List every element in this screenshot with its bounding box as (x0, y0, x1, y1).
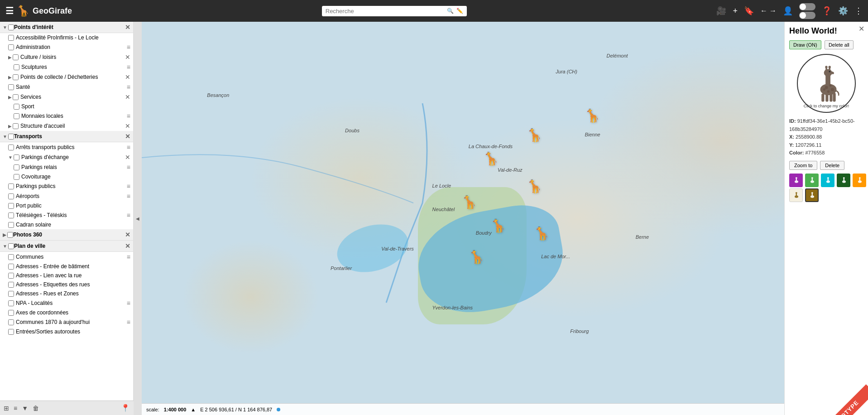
list-item[interactable]: Adresses - Entrée de bâtiment (0, 262, 133, 271)
item-checkbox[interactable] (14, 174, 19, 180)
giraffe-marker[interactable]: 🦒 (527, 179, 542, 194)
help-icon[interactable]: ❓ (822, 6, 832, 16)
list-item[interactable]: ▼ Parkings d'échange ✕ (0, 152, 133, 162)
list-item[interactable]: ▶ Structure d'accueil ✕ (0, 121, 133, 131)
section-photos360[interactable]: ▶ Photos 360 ✕ (0, 229, 133, 241)
toggle-2[interactable] (799, 12, 815, 19)
list-item[interactable]: Sculptures ≡ (0, 62, 133, 72)
delete-all-button[interactable]: Delete all (825, 40, 854, 49)
user-icon[interactable]: 👤 (783, 6, 793, 16)
list-item[interactable]: Aéroports ≡ (0, 191, 133, 201)
section-transports[interactable]: ▼ Transports ✕ (0, 131, 133, 142)
list-item[interactable]: Port public (0, 201, 133, 210)
hamburger-icon[interactable]: ≡ (14, 405, 17, 412)
dropdown-icon[interactable]: ▼ (22, 405, 28, 412)
menu-icon[interactable]: ≡ (127, 193, 130, 200)
color-swatch-brown[interactable] (805, 188, 819, 202)
list-item[interactable]: ▶ Culture / loisirs ✕ (0, 52, 133, 62)
draw-button[interactable]: Draw (ON) (789, 40, 821, 49)
menu-icon[interactable]: ≡ (127, 183, 130, 190)
list-item[interactable]: ▶ Points de collecte / Déchetteries ✕ (0, 72, 133, 82)
giraffe-marker[interactable]: 🦒 (483, 151, 499, 166)
giraffe-avatar[interactable]: Click to change my color! (797, 54, 856, 113)
close-icon[interactable]: ✕ (125, 154, 130, 161)
item-checkbox[interactable] (8, 222, 14, 228)
map-pin-icon[interactable]: 📍 (121, 404, 130, 412)
item-checkbox[interactable] (8, 35, 14, 41)
search-icon[interactable]: 🔍 (447, 8, 454, 14)
list-item[interactable]: Arrêts transports publics ≡ (0, 142, 133, 152)
sidebar-collapse-handle[interactable]: ◀ (134, 22, 142, 415)
close-icon[interactable]: ✕ (125, 24, 130, 31)
menu-icon[interactable]: ≡ (127, 164, 130, 171)
item-checkbox[interactable] (13, 54, 19, 60)
list-item[interactable]: Cadran solaire (0, 220, 133, 229)
item-checkbox[interactable] (8, 329, 14, 335)
share-icon[interactable]: ⚙️ (838, 6, 848, 16)
zoom-to-button[interactable]: Zoom to (789, 161, 817, 170)
panel-close-button[interactable]: ✕ (858, 24, 864, 33)
item-checkbox[interactable] (13, 74, 19, 80)
item-checkbox[interactable] (8, 282, 14, 288)
layers-icon[interactable]: ⊞ (4, 405, 9, 412)
nav-forward-icon[interactable]: → (769, 7, 777, 15)
list-item[interactable]: NPA - Localités ≡ (0, 298, 133, 308)
item-checkbox[interactable] (14, 113, 19, 119)
delete-button[interactable]: Delete (820, 161, 844, 170)
list-item[interactable]: Communes ≡ (0, 252, 133, 262)
nav-back-icon[interactable]: ← (760, 7, 767, 15)
more-icon[interactable]: ⋮ (854, 6, 863, 16)
color-swatch-dark-green[interactable] (837, 174, 850, 187)
list-item[interactable]: Télésièges - Téléskis ≡ (0, 210, 133, 220)
item-checkbox[interactable] (8, 273, 14, 279)
list-item[interactable]: Accessibilité ProInfirmis - Le Locle (0, 33, 133, 42)
item-checkbox[interactable] (14, 154, 19, 160)
close-icon[interactable]: ✕ (125, 73, 130, 81)
color-swatch-orange[interactable] (853, 174, 866, 187)
list-item[interactable]: Axes de coordonnées (0, 308, 133, 317)
menu-icon[interactable]: ≡ (127, 112, 130, 120)
menu-icon[interactable]: ≡ (127, 253, 130, 261)
list-item[interactable]: Adresses - Etiquettes des rues (0, 280, 133, 289)
giraffe-marker[interactable]: 🦒 (469, 250, 484, 265)
list-item[interactable]: Parkings relais ≡ (0, 162, 133, 172)
item-checkbox[interactable] (13, 123, 19, 129)
item-checkbox[interactable] (8, 183, 14, 189)
item-checkbox[interactable] (8, 145, 14, 150)
item-checkbox[interactable] (8, 300, 14, 306)
close-icon[interactable]: ✕ (125, 93, 130, 101)
list-item[interactable]: Adresses - Rues et Zones (0, 289, 133, 298)
item-checkbox[interactable] (8, 193, 14, 199)
list-item[interactable]: Covoiturage (0, 172, 133, 181)
section-checkbox[interactable] (8, 24, 14, 30)
item-checkbox[interactable] (8, 291, 14, 297)
close-icon[interactable]: ✕ (125, 122, 130, 130)
item-checkbox[interactable] (14, 104, 19, 110)
list-item[interactable]: Adresses - Lien avec la rue (0, 271, 133, 280)
item-checkbox[interactable] (8, 310, 14, 316)
section-points-interet[interactable]: ▼ Points d'intérêt ✕ (0, 22, 133, 33)
giraffe-marker[interactable]: 🦒 (461, 195, 477, 210)
item-checkbox[interactable] (8, 44, 14, 50)
menu-icon[interactable]: ≡ (127, 212, 130, 219)
edit-icon[interactable]: ✏️ (456, 8, 463, 14)
item-checkbox[interactable] (8, 319, 14, 325)
item-checkbox[interactable] (14, 164, 19, 170)
section-plan-ville[interactable]: ▼ Plan de ville ✕ (0, 241, 133, 252)
section-checkbox[interactable] (7, 232, 13, 238)
color-swatch-green[interactable] (805, 174, 819, 187)
color-swatch-cyan[interactable] (821, 174, 834, 187)
close-icon[interactable]: ✕ (125, 231, 130, 238)
section-checkbox[interactable] (8, 243, 14, 249)
menu-icon[interactable]: ☰ (5, 5, 14, 16)
list-item-services[interactable]: ▶ Services ✕ (0, 92, 133, 102)
menu-icon[interactable]: ≡ (127, 83, 130, 91)
giraffe-marker[interactable]: 🦒 (585, 108, 600, 123)
giraffe-marker[interactable]: 🦒 (490, 218, 506, 233)
menu-icon[interactable]: ≡ (127, 299, 130, 307)
bookmark-icon[interactable]: 🔖 (744, 6, 754, 16)
list-item[interactable]: Santé ≡ (0, 82, 133, 92)
close-icon[interactable]: ✕ (125, 242, 130, 250)
color-swatch-purple[interactable] (789, 174, 803, 187)
menu-icon[interactable]: ≡ (127, 43, 130, 51)
